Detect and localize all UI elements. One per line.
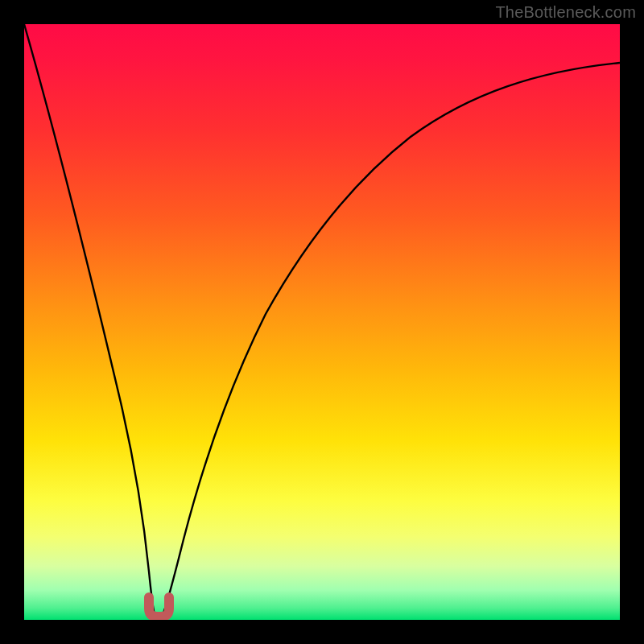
chart-curve-layer [24, 24, 620, 620]
watermark-text: TheBottleneck.com [495, 3, 636, 22]
chart-plot-area [24, 24, 620, 620]
min-marker-icon [149, 597, 169, 617]
bottleneck-curve-path [24, 24, 620, 617]
